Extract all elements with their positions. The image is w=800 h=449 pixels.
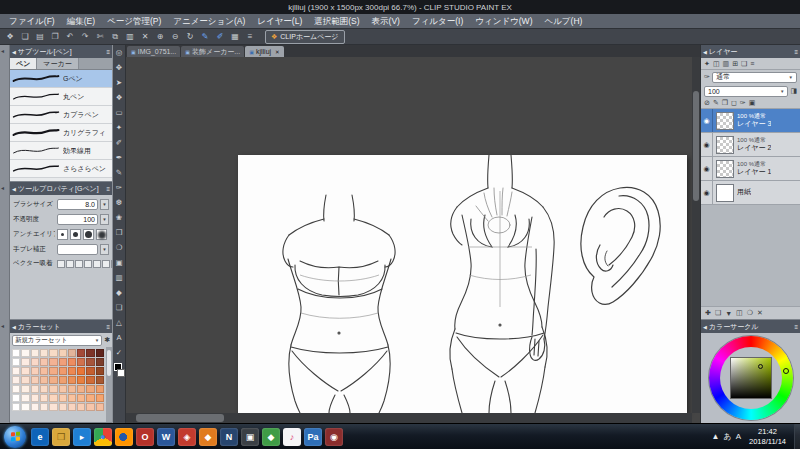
color-swatch[interactable]	[59, 385, 67, 393]
menu-item[interactable]: ヘルプ(H)	[538, 14, 588, 28]
panel-menu-icon[interactable]: ≡	[106, 49, 110, 55]
color-swatch[interactable]	[31, 376, 39, 384]
orange-app-icon[interactable]: ◆	[199, 428, 217, 446]
tone-icon[interactable]: ▥	[723, 60, 730, 68]
color-swatch[interactable]	[77, 394, 85, 402]
start-button[interactable]	[4, 426, 26, 448]
color-swatch[interactable]	[96, 367, 104, 375]
red-app-icon[interactable]: ◈	[178, 428, 196, 446]
canvas-vertical-scrollbar[interactable]	[692, 57, 700, 413]
layer-visibility-icon[interactable]: ◉	[701, 133, 713, 156]
move-tool[interactable]: ✥	[112, 60, 126, 75]
firefox-icon[interactable]	[115, 428, 133, 446]
paint-app-icon[interactable]: Pa	[304, 428, 322, 446]
color-swatch[interactable]	[31, 394, 39, 402]
color-swatch[interactable]	[96, 349, 104, 357]
property-value-box[interactable]: 8.0	[57, 199, 98, 210]
layer-thumbnail[interactable]	[716, 112, 734, 130]
text-tool[interactable]: A	[112, 330, 126, 345]
menu-item[interactable]: ウィンドウ(W)	[469, 14, 538, 28]
zoom-tool[interactable]: ◎	[112, 45, 126, 60]
new-folder-icon[interactable]: ❏	[715, 309, 721, 317]
taskbar-clock[interactable]: 21:42 2018/11/14	[745, 427, 790, 446]
color-swatch[interactable]	[21, 367, 29, 375]
zoom-out-icon[interactable]: ⊖	[168, 30, 182, 43]
color-swatch[interactable]	[59, 349, 67, 357]
canvas-page[interactable]	[238, 155, 687, 413]
subtool-tab-pen[interactable]: ペン	[10, 58, 37, 69]
layer-row[interactable]: ◉用紙	[701, 181, 800, 205]
color-swatch[interactable]	[40, 385, 48, 393]
zoom-in-icon[interactable]: ⊕	[153, 30, 167, 43]
menu-item[interactable]: 選択範囲(S)	[308, 14, 365, 28]
color-swatch[interactable]	[96, 394, 104, 402]
transfer-down-icon[interactable]: ▼	[725, 310, 732, 317]
layer-row[interactable]: ◉100 %通常レイヤー 1	[701, 157, 800, 181]
collapse-icon[interactable]: ◀	[12, 186, 16, 192]
color-swatch[interactable]	[12, 385, 20, 393]
color-swatch[interactable]	[59, 394, 67, 402]
color-swatch[interactable]	[68, 376, 76, 384]
word-icon[interactable]: W	[157, 428, 175, 446]
paste-icon[interactable]: ▥	[123, 30, 137, 43]
menu-item[interactable]: フィルター(I)	[406, 14, 469, 28]
color-swatch[interactable]	[12, 376, 20, 384]
color-swatch[interactable]	[40, 376, 48, 384]
clip-logo-icon[interactable]: ❖	[3, 30, 17, 43]
scrollbar-thumb[interactable]	[136, 414, 224, 422]
color-swatch[interactable]	[31, 358, 39, 366]
panel-menu-icon[interactable]: ≡	[750, 60, 754, 67]
chevron-down-icon[interactable]: ▼	[100, 214, 109, 225]
opera-icon[interactable]: O	[136, 428, 154, 446]
rotate-view-icon[interactable]: ↻	[183, 30, 197, 43]
color-swatch[interactable]	[49, 367, 57, 375]
redo-icon[interactable]: ↷	[78, 30, 92, 43]
color-swatch[interactable]	[21, 358, 29, 366]
menu-item[interactable]: 編集(E)	[61, 14, 101, 28]
navy-app-icon[interactable]: N	[220, 428, 238, 446]
color-swatch[interactable]	[49, 358, 57, 366]
green-app-icon[interactable]: ◆	[262, 428, 280, 446]
layer-thumbnail[interactable]	[716, 160, 734, 178]
collapse-icon[interactable]: ◀	[12, 324, 16, 330]
chrome-icon[interactable]: ●	[94, 428, 112, 446]
color-swatch[interactable]	[86, 394, 94, 402]
blend-tool[interactable]: ❍	[112, 240, 126, 255]
dock-collapse-icon[interactable]: ◂	[1, 184, 4, 191]
correct-line-tool[interactable]: ✓	[112, 345, 126, 360]
color-swatch[interactable]	[77, 376, 85, 384]
color-swatch[interactable]	[21, 376, 29, 384]
file-explorer-icon[interactable]: ❒	[52, 428, 70, 446]
color-swatch[interactable]	[96, 403, 104, 411]
itunes-icon[interactable]: ♪	[283, 428, 301, 446]
color-set-scrollbar[interactable]	[106, 347, 112, 422]
sub-color-swatch[interactable]	[117, 369, 125, 377]
color-swatch[interactable]	[49, 376, 57, 384]
color-swatch[interactable]	[86, 376, 94, 384]
new-layer-icon[interactable]: ✚	[705, 309, 711, 317]
new-file-icon[interactable]: ❏	[18, 30, 32, 43]
color-swatch[interactable]	[59, 367, 67, 375]
color-swatch[interactable]	[68, 394, 76, 402]
property-value-box[interactable]: 100	[57, 214, 98, 225]
panel-menu-icon[interactable]: ≡	[106, 186, 110, 192]
color-swatch[interactable]	[96, 376, 104, 384]
property-value-box[interactable]	[57, 244, 98, 255]
panel-menu-icon[interactable]: ≡	[794, 324, 798, 330]
close-tab-icon[interactable]: ✕	[275, 49, 280, 55]
airbrush-tool[interactable]: ❆	[112, 195, 126, 210]
option-boxes[interactable]	[57, 260, 112, 268]
palette-effect-icon[interactable]: ✦	[704, 60, 710, 68]
color-swatch[interactable]	[21, 349, 29, 357]
collapse-icon[interactable]: ◀	[703, 49, 707, 55]
blend-mode-select[interactable]: 通常 ▼	[712, 72, 797, 83]
color-swatch[interactable]	[77, 358, 85, 366]
eyedropper-tool[interactable]: ✐	[112, 135, 126, 150]
auto-select-tool[interactable]: ✦	[112, 120, 126, 135]
color-swatch[interactable]	[96, 358, 104, 366]
canvas-horizontal-scrollbar[interactable]	[126, 413, 692, 423]
color-swatch[interactable]	[86, 367, 94, 375]
color-swatch[interactable]	[59, 403, 67, 411]
color-swatch[interactable]	[68, 358, 76, 366]
color-swatch[interactable]	[12, 403, 20, 411]
